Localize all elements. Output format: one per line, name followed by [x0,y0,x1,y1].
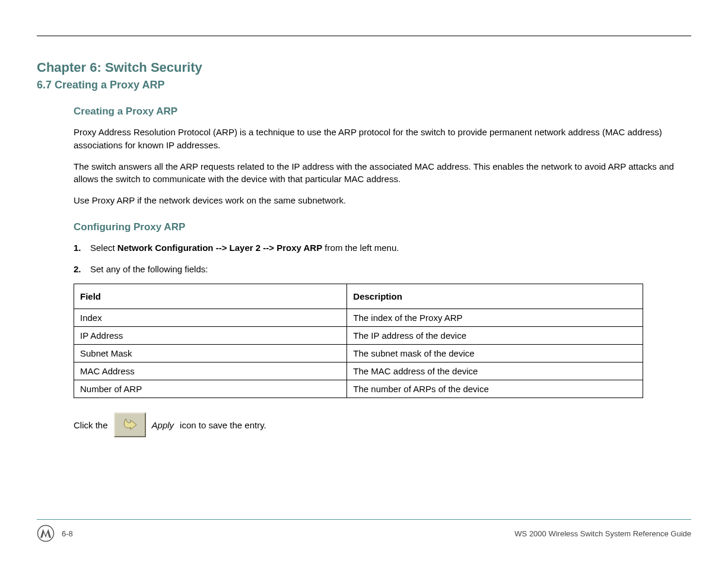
footer-doc-title: WS 2000 Wireless Switch System Reference… [514,529,691,538]
motorola-logo-icon [37,524,55,542]
section-heading: Creating a Proxy ARP [74,106,691,117]
subsection-heading: Configuring Proxy ARP [74,221,691,233]
header-rule [37,36,691,36]
apply-text-suffix: icon to save the entry. [180,420,266,430]
table-row: Number of ARP The number of ARPs of the … [74,380,643,398]
cell-field: IP Address [74,327,347,345]
paragraph-2: The switch answers all the ARP requests … [74,160,691,186]
table-row: Index The index of the Proxy ARP [74,309,643,327]
table-row: MAC Address The MAC address of the devic… [74,363,643,380]
apply-arrow-icon [122,418,138,432]
col-header-description: Description [347,284,643,309]
step-1-menu-path: Network Configuration --> Layer 2 --> Pr… [117,243,322,253]
paragraph-1: Proxy Address Resolution Protocol (ARP) … [74,126,691,152]
step-2-text: Set any of the following fields: [90,263,691,276]
step-2-number: 2. [74,263,90,276]
apply-instruction: Click the Apply icon to save the entry. [74,412,691,437]
footer-rule [37,519,691,520]
fields-table: Field Description Index The index of the… [74,284,643,398]
page-footer: 6-8 WS 2000 Wireless Switch System Refer… [37,519,691,542]
step-2: 2. Set any of the following fields: [74,263,691,276]
svg-point-0 [38,526,54,542]
paragraph-3: Use Proxy ARP if the network devices wor… [74,194,691,207]
apply-button[interactable] [114,412,146,437]
cell-field: Index [74,309,347,327]
cell-description: The MAC address of the device [347,363,643,380]
step-1-text-a: Select [90,243,117,253]
cell-field: Number of ARP [74,380,347,398]
table-row: Subnet Mask The subnet mask of the devic… [74,345,643,363]
cell-field: MAC Address [74,363,347,380]
apply-label: Apply [152,420,174,430]
cell-description: The number of ARPs of the device [347,380,643,398]
chapter-title: Chapter 6: Switch Security [37,60,691,75]
step-1: 1. Select Network Configuration --> Laye… [74,241,691,255]
table-row: IP Address The IP address of the device [74,327,643,345]
step-1-number: 1. [74,241,90,255]
table-header-row: Field Description [74,284,643,309]
step-1-text: Select Network Configuration --> Layer 2… [90,241,691,255]
apply-text-prefix: Click the [74,420,108,430]
cell-description: The IP address of the device [347,327,643,345]
col-header-field: Field [74,284,347,309]
cell-description: The subnet mask of the device [347,345,643,363]
section-number-title: 6.7 Creating a Proxy ARP [37,79,691,91]
cell-description: The index of the Proxy ARP [347,309,643,327]
step-1-text-c: from the left menu. [322,243,399,253]
cell-field: Subnet Mask [74,345,347,363]
footer-page-number: 6-8 [62,529,73,538]
